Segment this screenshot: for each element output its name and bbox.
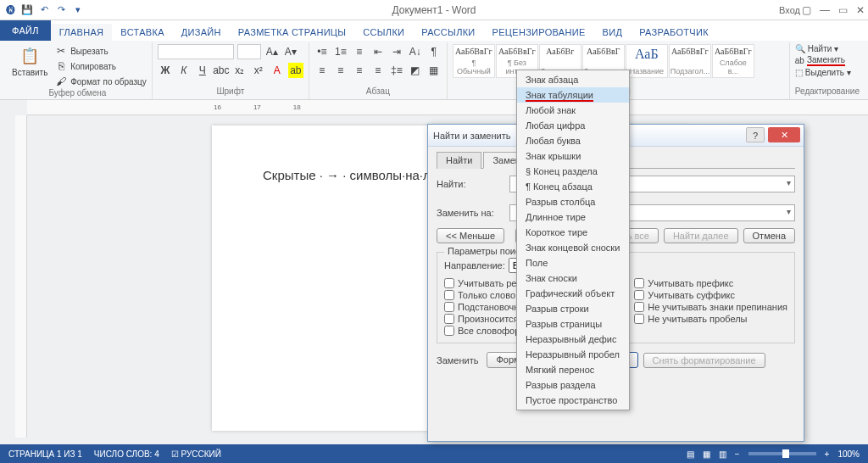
bold-button[interactable]: Ж (158, 63, 173, 78)
replace-button[interactable]: abЗаменить (795, 55, 860, 66)
minimize-icon[interactable]: — (820, 4, 830, 16)
less-button[interactable]: << Меньше (437, 228, 504, 243)
special-menu-item[interactable]: Любая цифра (517, 118, 629, 133)
style-item[interactable]: АаБбВвГг¶ Обычный (453, 44, 495, 78)
dialog-help-button[interactable]: ? (746, 127, 765, 142)
line-spacing-button[interactable]: ‡≡ (389, 63, 404, 78)
zoom-slider[interactable] (748, 452, 816, 455)
clear-format-button[interactable]: Снять форматирование (643, 353, 765, 368)
strike-button[interactable]: abc (214, 63, 229, 78)
special-menu-item[interactable]: Любая буква (517, 133, 629, 148)
align-left-button[interactable]: ≡ (314, 63, 330, 78)
grow-font-button[interactable]: A▴ (264, 44, 280, 59)
option-checkbox[interactable]: Учитывать префикс (634, 278, 787, 288)
special-menu-item[interactable]: Короткое тире (517, 225, 629, 240)
align-right-button[interactable]: ≡ (352, 63, 367, 78)
font-color-button[interactable]: A (270, 63, 285, 78)
sup-button[interactable]: x² (251, 63, 266, 78)
indent-inc-button[interactable]: ⇥ (389, 44, 404, 59)
tab-insert[interactable]: ВСТАВКА (112, 24, 172, 41)
select-button[interactable]: ⬚Выделить ▾ (795, 68, 860, 77)
tab-file[interactable]: ФАЙЛ (0, 20, 51, 41)
close-icon[interactable]: ✕ (856, 4, 865, 16)
borders-button[interactable]: ▦ (426, 63, 442, 78)
special-menu-item[interactable]: Любой знак (517, 103, 629, 118)
font-size-combo[interactable] (237, 44, 261, 59)
tab-home[interactable]: ГЛАВНАЯ (51, 24, 113, 41)
option-checkbox[interactable]: Не учитывать знаки препинания (634, 302, 787, 312)
view-read-icon[interactable]: ▤ (687, 449, 694, 459)
zoom-out-button[interactable]: − (735, 449, 740, 459)
login-link[interactable]: Вход (779, 5, 800, 15)
special-menu-item[interactable]: Знак абзаца (517, 72, 629, 87)
special-menu-item[interactable]: ¶ Конец абзаца (517, 179, 629, 194)
copy-button[interactable]: ⎘ Копировать (54, 59, 146, 73)
indent-dec-button[interactable]: ⇤ (370, 44, 386, 59)
highlight-button[interactable]: ab (288, 63, 303, 78)
zoom-in-button[interactable]: + (825, 449, 830, 459)
tab-design[interactable]: ДИЗАЙН (173, 24, 230, 41)
bullets-button[interactable]: •≡ (314, 44, 330, 59)
status-words[interactable]: ЧИСЛО СЛОВ: 4 (94, 449, 159, 459)
undo-icon[interactable]: ↶ (37, 3, 51, 17)
style-item[interactable]: АаБбВвГгСлабое в... (712, 44, 754, 78)
special-menu-item[interactable]: § Конец раздела (517, 164, 629, 179)
special-menu-item[interactable]: Длинное тире (517, 209, 629, 225)
status-page[interactable]: СТРАНИЦА 1 ИЗ 1 (8, 449, 82, 459)
cut-button[interactable]: ✂ Вырезать (54, 44, 146, 58)
special-menu-item[interactable]: Разрыв раздела (517, 377, 629, 393)
horizontal-ruler[interactable]: 16 17 18 (27, 100, 868, 115)
tab-layout[interactable]: РАЗМЕТКА СТРАНИЦЫ (230, 24, 355, 41)
special-menu-item[interactable]: Пустое пространство (517, 393, 629, 408)
format-painter-button[interactable]: 🖌 Формат по образцу (54, 75, 146, 88)
find-next-button[interactable]: Найти далее (664, 228, 738, 243)
shading-button[interactable]: ◩ (408, 63, 423, 78)
paste-button[interactable]: 📋 Вставить (8, 44, 51, 79)
view-print-icon[interactable]: ▦ (703, 449, 710, 459)
font-name-combo[interactable] (158, 44, 234, 59)
style-item[interactable]: АаБбВвГгПодзагол... (669, 44, 711, 78)
underline-button[interactable]: Ч (195, 63, 210, 78)
special-menu-item[interactable]: Знак сноски (517, 271, 629, 286)
show-marks-button[interactable]: ¶ (426, 44, 442, 59)
shrink-font-button[interactable]: A▾ (283, 44, 298, 59)
special-menu-item[interactable]: Поле (517, 255, 629, 271)
maximize-icon[interactable]: ▭ (838, 4, 848, 16)
special-menu-item[interactable]: Неразрывный пробел (517, 347, 629, 362)
italic-button[interactable]: К (176, 63, 192, 78)
align-center-button[interactable]: ≡ (333, 63, 348, 78)
tab-references[interactable]: ССЫЛКИ (354, 24, 413, 41)
ribbon-collapse-icon[interactable]: ▢ (802, 4, 811, 16)
find-button[interactable]: 🔍Найти ▾ (795, 44, 860, 53)
justify-button[interactable]: ≡ (370, 63, 386, 78)
special-menu-item[interactable]: Разрыв страницы (517, 316, 629, 332)
status-lang[interactable]: ☑ РУССКИЙ (171, 449, 221, 459)
special-menu-item[interactable]: Знак концевой сноски (517, 240, 629, 255)
dialog-close-button[interactable]: ✕ (768, 127, 800, 142)
special-menu-item[interactable]: Разрыв строки (517, 301, 629, 316)
cancel-button[interactable]: Отмена (743, 228, 795, 243)
view-web-icon[interactable]: ▥ (719, 449, 726, 459)
tab-view[interactable]: ВИД (594, 24, 632, 41)
option-checkbox[interactable]: Не учитывать пробелы (634, 314, 787, 324)
multilevel-button[interactable]: ≡ (352, 44, 367, 59)
special-menu-item[interactable]: Неразрывный дефис (517, 332, 629, 347)
numbering-button[interactable]: 1≡ (333, 44, 348, 59)
tab-developer[interactable]: РАЗРАБОТЧИК (631, 24, 717, 41)
save-icon[interactable]: 💾 (20, 3, 34, 17)
style-item[interactable]: АаБНазвание (626, 44, 668, 78)
sub-button[interactable]: x₂ (232, 63, 248, 78)
sort-button[interactable]: A↓ (408, 44, 423, 59)
qat-dropdown-icon[interactable]: ▾ (71, 3, 85, 17)
redo-icon[interactable]: ↷ (54, 3, 68, 17)
tab-review[interactable]: РЕЦЕНЗИРОВАНИЕ (484, 24, 594, 41)
special-menu-item[interactable]: Мягкий перенос (517, 362, 629, 377)
zoom-value[interactable]: 100% (837, 449, 860, 459)
dialog-tab-find[interactable]: Найти (437, 152, 481, 169)
vertical-ruler[interactable] (15, 115, 27, 438)
special-menu-item[interactable]: Знак крышки (517, 148, 629, 164)
special-menu-item[interactable]: Графический объект (517, 286, 629, 301)
option-checkbox[interactable]: Учитывать суффикс (634, 290, 787, 300)
special-menu-item[interactable]: Разрыв столбца (517, 194, 629, 209)
special-menu-item[interactable]: Знак табуляции (517, 87, 629, 103)
